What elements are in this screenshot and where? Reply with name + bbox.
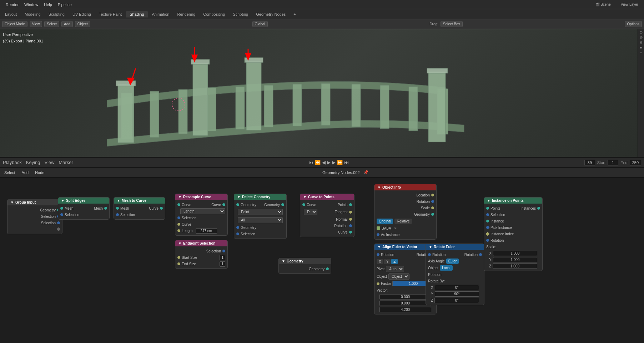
socket-geometry-out[interactable]	[326, 267, 329, 270]
socket-ctp-curve-in[interactable]	[302, 203, 305, 206]
play-btn[interactable]: ▶	[327, 160, 331, 165]
node-geometry[interactable]: ▼ Geometry Geometry	[278, 258, 331, 274]
node-instance-on-points[interactable]: ▼ Instance on Points Points Instances Se…	[484, 197, 543, 271]
jump-start-btn[interactable]: ⏮	[309, 160, 313, 165]
socket-iop-index[interactable]	[485, 232, 489, 236]
rotate-z-value[interactable]: 0°	[434, 298, 479, 303]
delete-mode-select[interactable]: Point	[238, 209, 283, 215]
node-pin-icon[interactable]: 📌	[363, 170, 368, 175]
start-size-value[interactable]: 1	[220, 255, 225, 260]
align-y-btn[interactable]: Y	[384, 259, 391, 264]
align-vec-y[interactable]: 0.000	[379, 301, 431, 306]
socket-ctp-rotation[interactable]	[349, 224, 352, 227]
tab-scripting[interactable]: Scripting	[229, 11, 252, 17]
rotate-y-value[interactable]: 90°	[435, 291, 479, 297]
node-resample-curve[interactable]: ▼ Resample Curve Curve Curve Length S	[175, 194, 228, 236]
select-btn[interactable]: Select	[44, 21, 59, 27]
drag-mode-btn[interactable]: Select Box	[441, 21, 463, 27]
socket-resample-curve[interactable]	[177, 223, 180, 226]
keying-menu[interactable]: Keying	[26, 160, 40, 165]
socket-ctp-tangent[interactable]	[349, 211, 352, 214]
socket-group-input-bottom[interactable]	[56, 227, 60, 231]
socket-iop-instance[interactable]	[486, 220, 489, 222]
align-x-btn[interactable]: X	[377, 259, 383, 264]
socket-objinfo-asinstance[interactable]	[377, 233, 379, 236]
relative-btn[interactable]: Relative	[394, 219, 412, 224]
tab-texture-paint[interactable]: Texture Paint	[95, 11, 125, 17]
socket-endpoint-sel-out[interactable]	[222, 250, 225, 252]
resample-length-value[interactable]: 247 cm	[196, 228, 217, 234]
socket-ctp-normal[interactable]	[349, 218, 352, 221]
align-z-btn[interactable]: Z	[391, 259, 398, 264]
align-vec-z[interactable]: 4.200	[379, 307, 431, 312]
tab-layout[interactable]: Layout	[1, 11, 20, 17]
node-add-btn[interactable]: Add	[20, 170, 30, 175]
socket-align-rot-in[interactable]	[377, 253, 379, 256]
node-curve-to-points[interactable]: ▼ Curve to Points Curve Points Evaluated…	[300, 194, 354, 237]
sidebar-icon-1[interactable]: ⬡	[640, 31, 643, 34]
socket-objinfo-loc[interactable]	[431, 194, 434, 196]
object-btn[interactable]: Object	[75, 21, 90, 27]
node-split-edges[interactable]: ▼ Split Edges Mesh Mesh Selection	[58, 197, 110, 220]
socket-iop-points-in[interactable]	[486, 207, 489, 210]
align-object-select[interactable]: Object	[388, 273, 409, 280]
marker-menu[interactable]: Marker	[59, 160, 73, 165]
socket-rotate-rot-out[interactable]	[479, 253, 482, 256]
socket-iop-pick[interactable]	[485, 225, 489, 229]
tab-modeling[interactable]: Modeling	[21, 11, 44, 17]
tab-uv-editing[interactable]: UV Editing	[69, 11, 95, 17]
orientation-btn[interactable]: Global	[252, 21, 268, 27]
scale-z-value[interactable]: 1.000	[493, 263, 537, 269]
socket-split-edges-sel[interactable]	[60, 213, 63, 216]
node-mesh-to-curve[interactable]: ▼ Mesh to Curve Mesh Curve Selection	[114, 197, 165, 220]
tab-animation[interactable]: Animation	[149, 11, 173, 17]
jump-end-btn[interactable]: ⏭	[344, 160, 349, 165]
socket-iop-rotation[interactable]	[486, 239, 489, 242]
ctp-mode-select[interactable]: Evaluated	[304, 209, 317, 215]
node-editor-canvas[interactable]: ▼ Group Input Geometry Selection Selecti…	[0, 178, 644, 343]
socket-ctp-points-out[interactable]	[349, 203, 352, 206]
rotate-x-value[interactable]: 0°	[435, 285, 479, 290]
resample-mode-select[interactable]: Length	[180, 208, 225, 214]
socket-split-edges-mesh-out[interactable]	[104, 207, 107, 210]
socket-ctp-curve-out2[interactable]	[349, 231, 352, 234]
socket-delete-geom-in[interactable]	[236, 203, 239, 206]
socket-iop-instances-out[interactable]	[537, 207, 540, 210]
add-btn[interactable]: Add	[61, 21, 73, 27]
tab-sculpting[interactable]: Sculpting	[45, 11, 68, 17]
node-select-btn[interactable]: Select	[3, 170, 17, 175]
tab-rendering[interactable]: Rendering	[173, 11, 199, 17]
tab-shading[interactable]: Shading	[126, 11, 147, 17]
options-btn[interactable]: Options	[625, 21, 642, 27]
socket-rotate-rot-in[interactable]	[428, 253, 431, 256]
socket-mesh-to-curve-sel[interactable]	[116, 213, 119, 216]
view-menu[interactable]: View	[45, 160, 55, 165]
align-pivot-select[interactable]: Auto	[386, 266, 404, 272]
node-rotate-euler[interactable]: ▼ Rotate Euler Rotation Rotation Axis An…	[426, 244, 484, 305]
axis-angle-euler-btn[interactable]: Euler	[446, 258, 459, 264]
socket-resample-curve-out[interactable]	[222, 203, 225, 206]
start-frame[interactable]: 1	[608, 160, 618, 165]
scale-y-value[interactable]: 1.000	[493, 257, 537, 262]
node-delete-geometry[interactable]: ▼ Delete Geometry Geometry Geometry Poin…	[234, 194, 287, 239]
node-object-info[interactable]: ▼ Object Info Location Rotation Scale Ge…	[374, 184, 437, 240]
object-mode-btn[interactable]: Object Mode	[2, 21, 27, 27]
menu-window[interactable]: Window	[21, 2, 41, 7]
sidebar-icon-2[interactable]: ◎	[640, 36, 643, 39]
scale-x-value[interactable]: 1.000	[493, 251, 537, 256]
socket-objinfo-geom[interactable]	[431, 213, 434, 216]
delete-all-select[interactable]: All	[238, 217, 283, 223]
prev-frame-btn[interactable]: ◀	[322, 160, 326, 165]
socket-endpoint-end[interactable]	[177, 262, 180, 265]
socket-group-input-selection2[interactable]	[57, 221, 60, 224]
tab-geometry-nodes[interactable]: Geometry Nodes	[252, 11, 289, 17]
sidebar-icon-3[interactable]: ⊕	[640, 41, 643, 44]
socket-objinfo-rot[interactable]	[431, 200, 434, 203]
object-info-close-btn[interactable]: ✕	[394, 226, 397, 230]
end-frame[interactable]: 250	[630, 160, 641, 165]
socket-endpoint-start[interactable]	[177, 256, 180, 259]
next-keyframe-btn[interactable]: ⏩	[337, 160, 343, 165]
playback-menu[interactable]: Playback	[3, 160, 22, 165]
socket-align-factor[interactable]	[377, 282, 379, 285]
next-frame-btn[interactable]: ▶	[332, 160, 336, 165]
